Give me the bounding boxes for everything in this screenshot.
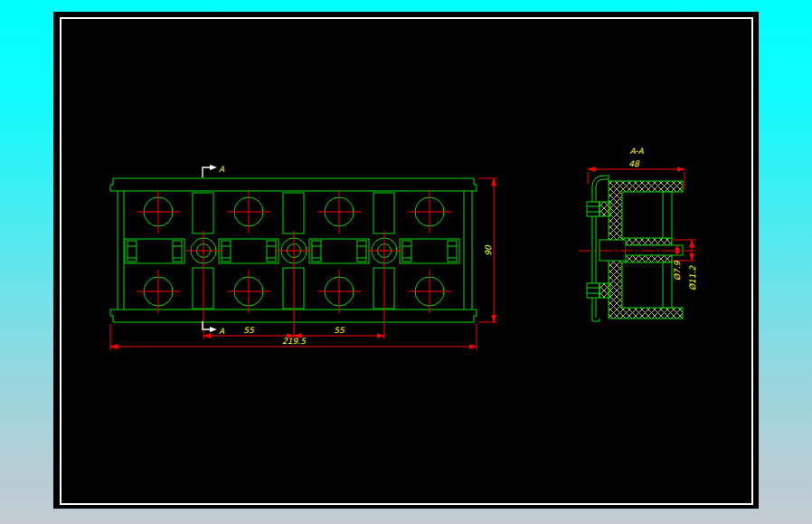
top-flange <box>110 178 477 191</box>
section-arrow-icon <box>210 327 217 332</box>
dim-pitch-2: 55 <box>334 326 345 335</box>
section-cut-marker-bottom: A <box>203 321 225 336</box>
mounting-tab-bottom <box>587 283 610 298</box>
dim-section-width: 48 <box>628 159 640 168</box>
cad-drawing: A A 55 55 219.5 90 A-A 48 <box>53 12 759 509</box>
small-holes <box>185 231 402 339</box>
dim-hole-outer: Ø11.2 <box>688 265 697 291</box>
section-letter-top: A <box>219 165 225 174</box>
dim-overall-width: 219.5 <box>282 337 307 346</box>
section-letter-bottom: A <box>219 327 225 336</box>
mounting-tab-top <box>587 202 610 216</box>
dim-hole-inner: Ø7.9 <box>673 260 682 281</box>
section-view: A-A 48 <box>579 147 697 321</box>
section-arrow-icon <box>210 165 217 170</box>
section-cut-marker-top: A <box>203 165 225 177</box>
front-view: A A 55 55 219.5 90 <box>110 165 497 350</box>
cad-drawing-canvas: A A 55 55 219.5 90 A-A 48 <box>53 12 759 509</box>
lower-web <box>663 262 672 308</box>
dim-pitch-1: 55 <box>243 326 255 335</box>
section-view-title: A-A <box>629 147 644 156</box>
dim-overall-height: 90 <box>484 244 493 256</box>
upper-web <box>663 192 672 238</box>
